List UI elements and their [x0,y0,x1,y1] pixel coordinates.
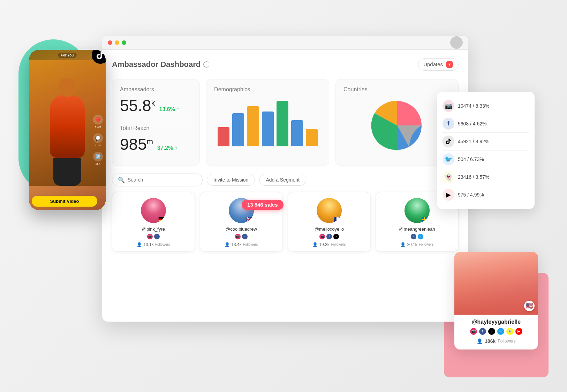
snapchat-stat: 👻 23416 / 3.57% [443,168,529,186]
ambassador-name-1: @pink_fyre [116,226,190,232]
total-reach-value-row: 985m 37.2% ↑ [120,136,192,152]
pie-chart [343,98,451,153]
ambassadors-card: Ambassadors 55.8k 13.6% ↑ Total Reach 98… [112,79,200,166]
invite-to-mission-button[interactable]: Invite to Mission [207,174,255,186]
ambassador-followers-2: 👤13.4kFollowers [204,242,278,247]
snapchat-count: 23416 / 3.57% [458,174,529,180]
window-titlebar [102,36,468,50]
add-segment-button[interactable]: Add a Segment [259,174,306,186]
facebook-icon: f [242,234,248,239]
updates-button[interactable]: Updates 7 [418,58,459,71]
instagram-icon: 📷 [443,100,454,112]
bar-3 [247,106,259,146]
twitter-icon: 🐦 [443,153,454,165]
ambassadors-value-row: 55.8k 13.6% ↑ [120,98,192,114]
featured-ambassador-socials: 📷 f ♪ 🐦 👻 ▶ [454,328,538,335]
search-input[interactable] [128,177,197,183]
featured-flag: 🇺🇸 [524,301,535,311]
tiktok-count: 45921 / 8.92% [458,139,529,144]
tiktok-stat: 45921 / 8.92% [443,133,529,151]
facebook-icon: f [411,234,416,239]
total-reach-value: 985m [120,136,153,152]
demographics-card: Demographics [206,79,329,166]
ambassador-name-4: @meangreenleah [380,226,454,232]
ambassadors-toolbar: 🔍 Invite to Mission Add a Segment [112,174,459,186]
instagram-stat: 📷 10474 / 8.33% [443,97,529,115]
ambassador-followers-3: 👤19.2kFollowers [292,242,366,247]
ambassador-card-1: 🇩🇪 @pink_fyre 📷 f 👤10.1kFollowers [112,192,195,252]
search-box[interactable]: 🔍 [112,174,203,186]
bar-7 [306,129,318,146]
twitter-icon: 🐦 [418,234,423,239]
ambassador-flag-3: 🇫🇷 [334,217,341,222]
sales-badge: 13 546 sales [242,200,284,210]
snapchat-icon: 👻 [506,328,513,335]
ambassador-flag-4: 🇸🇪 [422,217,429,222]
maximize-button[interactable] [122,40,126,45]
bar-1 [218,127,229,146]
dashboard-title: Ambassador Dashboard [112,60,210,69]
stats-row: Ambassadors 55.8k 13.6% ↑ Total Reach 98… [112,79,459,166]
ambassador-socials-3: 📷 f ♪ [292,234,366,239]
refresh-icon[interactable] [203,61,210,68]
facebook-icon: f [479,328,486,335]
facebook-icon: f [443,118,454,130]
facebook-count: 5608 / 4.62% [458,121,529,126]
instagram-icon: 📷 [147,234,153,239]
search-icon: 🔍 [118,177,125,183]
ambassador-avatar-1: 🇩🇪 [141,198,166,223]
submit-video-button[interactable]: Submit Video [32,196,97,207]
instagram-count: 10474 / 8.33% [458,103,529,109]
window-controls [108,40,126,45]
facebook-icon: f [326,234,332,239]
countries-title: Countries [343,86,451,93]
tiktok-sidebar: ❤️ 5.4M 💬 210K ↗️ 36K [93,115,103,165]
tiktok-like[interactable]: ❤️ 5.4M [93,115,103,128]
ambassador-cards: 🇩🇪 @pink_fyre 📷 f 👤10.1kFollowers [112,192,459,252]
bar-chart [214,98,321,146]
featured-ambassador-card: 🇺🇸 @hayleyygabrielle 📷 f ♪ 🐦 👻 ▶ 👤 106k … [454,252,538,349]
tiktok-icon: ♪ [488,328,495,335]
facebook-stat: f 5608 / 4.62% [443,115,529,133]
ambassadors-title: Ambassadors [120,86,192,93]
tiktok-share[interactable]: ↗️ 36K [93,152,103,165]
total-reach-change: 37.2% ↑ [157,145,177,151]
ambassador-followers-1: 👤10.1kFollowers [116,242,190,247]
minimize-button[interactable] [115,40,119,45]
bar-2 [232,113,244,146]
ambassador-socials-1: 📷 f [116,234,190,239]
ambassador-avatar-4: 🇸🇪 [405,198,430,223]
featured-ambassador-name: @hayleyygabrielle [454,319,538,325]
tiktok-icon: ♪ [333,234,339,239]
ambassador-followers-4: 👤20.1kFollowers [380,242,454,247]
youtube-stat: ▶ 975 / 4.99% [443,186,529,203]
ambassador-avatar-3: 🇫🇷 [317,198,342,223]
tiktok-comment[interactable]: 💬 210K [93,133,103,147]
social-stats-panel: 📷 10474 / 8.33% f 5608 / 4.62% 45921 / 8… [437,92,535,209]
ambassador-name-2: @coolbluedrew [204,226,278,232]
user-avatar [450,36,463,49]
youtube-icon: ▶ [515,328,522,335]
for-you-label: For You [58,53,77,58]
twitter-stat: 🐦 504 / 6.73% [443,151,529,168]
dashboard-window: Ambassador Dashboard Updates 7 Ambassado… [102,36,468,322]
total-reach-title: Total Reach [120,125,192,131]
instagram-icon: 📷 [470,328,477,335]
twitter-count: 504 / 6.73% [458,156,529,162]
twitter-icon: 🐦 [497,328,504,335]
ambassador-flag-1: 🇩🇪 [158,217,165,222]
ambassador-socials-4: f 🐦 [380,234,454,239]
ambassador-name-3: @melloxoyello [292,226,366,232]
close-button[interactable] [108,40,112,45]
tiktok-phone: For You ❤️ 5.4M 💬 210K [29,50,106,210]
bar-4 [262,112,274,146]
featured-ambassador-followers: 👤 106k Followers [454,338,538,344]
demographics-title: Demographics [214,86,321,93]
ambassador-socials-2: 📷 f [204,234,278,239]
tiktok-icon [443,136,454,147]
tiktok-screen: For You ❤️ 5.4M 💬 210K [29,50,106,210]
instagram-icon: 📷 [235,234,241,239]
youtube-icon: ▶ [443,189,454,201]
ambassadors-change: 13.6% ↑ [159,106,180,113]
facebook-icon: f [154,234,160,239]
